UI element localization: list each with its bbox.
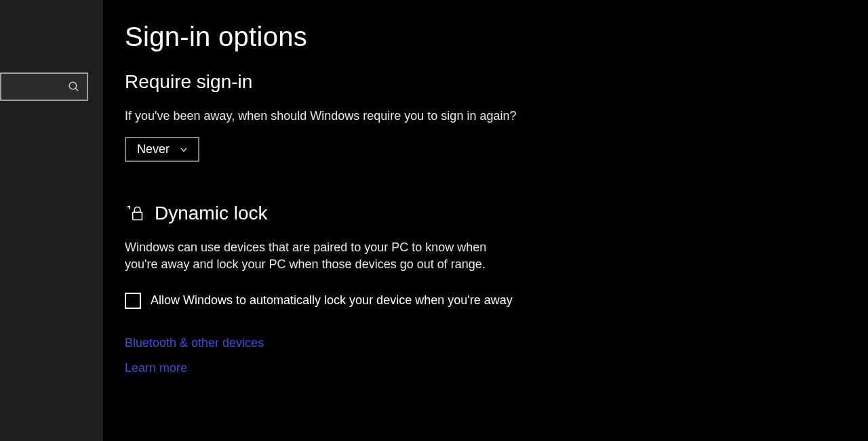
bluetooth-link[interactable]: Bluetooth & other devices: [125, 336, 868, 350]
dynamic-lock-heading: Dynamic lock: [155, 203, 267, 224]
dropdown-value: Never: [137, 142, 170, 156]
main-content: Sign-in options Require sign-in If you'v…: [103, 0, 868, 441]
chevron-down-icon: [179, 145, 189, 154]
require-signin-heading: Require sign-in: [125, 71, 868, 93]
dynamic-lock-checkbox-label: Allow Windows to automatically lock your…: [151, 293, 513, 308]
svg-rect-2: [133, 212, 142, 219]
search-icon: [68, 81, 80, 93]
svg-line-1: [75, 88, 78, 91]
sidebar: [0, 0, 103, 441]
search-input[interactable]: [0, 72, 88, 101]
dynamic-lock-icon: [125, 205, 146, 222]
page-title: Sign-in options: [125, 22, 868, 52]
svg-point-0: [69, 82, 77, 89]
dynamic-lock-checkbox[interactable]: [125, 293, 141, 309]
learn-more-link[interactable]: Learn more: [125, 361, 868, 375]
dynamic-lock-checkbox-row: Allow Windows to automatically lock your…: [125, 293, 868, 309]
dynamic-lock-heading-row: Dynamic lock: [125, 203, 868, 224]
dynamic-lock-description: Windows can use devices that are paired …: [125, 239, 505, 273]
require-signin-description: If you've been away, when should Windows…: [125, 108, 559, 125]
svg-line-7: [130, 206, 130, 209]
require-signin-dropdown[interactable]: Never: [125, 137, 199, 162]
